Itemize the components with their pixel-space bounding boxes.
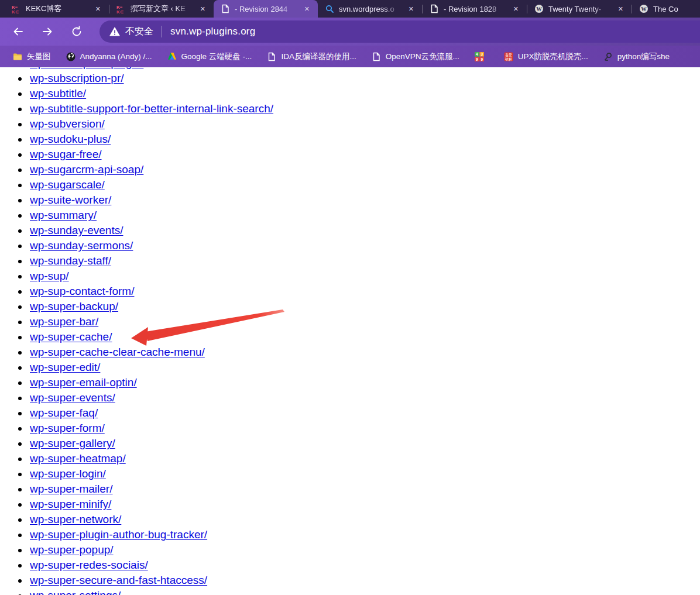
search-icon [325,4,334,13]
plugin-list-item: wp-super-settings/ [29,588,700,595]
plugin-link[interactable]: wp-suite-worker/ [30,194,111,206]
plugin-link[interactable]: wp-sugarscale/ [30,178,105,191]
tab-close-icon[interactable]: ✕ [616,5,626,13]
back-button[interactable] [8,22,28,42]
plugin-list-item: wp-super-login/ [29,466,700,481]
plugin-link[interactable]: wp-super-minify/ [30,498,111,510]
plugin-list-item: wp-super-cache-clear-cache-menu/ [29,345,700,360]
plugin-link[interactable]: wp-sup-contact-form/ [30,285,134,297]
tab-the-co[interactable]: W The Co [632,0,700,18]
plugin-link[interactable]: wp-sugar-free/ [30,148,102,160]
bookmark-ida-decompiler[interactable]: IDA反编译器的使用... [261,49,362,64]
plugin-link[interactable]: wp-super-gallery/ [30,437,115,449]
plugin-link[interactable]: wp-subscription-pr/ [30,72,124,84]
pojie-magnifier-icon [603,52,613,61]
plugin-link[interactable]: wp-super-form/ [30,422,105,434]
tab-close-icon[interactable]: ✕ [406,5,416,13]
tab-title: - Revision 1828 [444,5,506,13]
forward-button[interactable] [37,22,57,42]
address-divider [162,26,162,37]
bookmark-vector-folder[interactable]: 矢量图 [7,49,57,64]
tab-new-post[interactable]: K≡K⊂ 撰写新文章 ‹ KE ✕ [109,0,214,18]
svg-text:K⊂: K⊂ [116,9,123,13]
svg-text:W: W [641,6,647,12]
plugin-list-item: wp-super-redes-sociais/ [29,558,700,573]
svg-text:9: 9 [481,57,483,61]
address-bar[interactable]: 不安全 svn.wp-plugins.org [99,20,700,43]
bookmark-github[interactable]: Andyanna (Andy) /... [60,50,158,64]
plugin-list-item: wp-suite-worker/ [29,192,700,208]
tab-title: svn.wordpress.o [339,5,402,13]
plugin-link[interactable]: wp-sunday-events/ [30,224,123,236]
plugin-link[interactable]: wp-super-settings/ [30,589,121,595]
tab-svn-wordpress[interactable]: svn.wordpress.o ✕ [318,0,422,18]
red-badge-icon: 吾爱破解 [504,52,513,61]
plugin-link[interactable]: wp-super-login/ [30,467,106,480]
plugin-link[interactable]: wp-super-faq/ [30,407,98,419]
plugin-link[interactable]: wp-sudoku-plus/ [30,133,111,145]
plugin-link[interactable]: wp-super-plugin-author-bug-tracker/ [30,528,207,541]
plugin-list-item: wp-sunday-events/ [29,223,700,238]
tab-close-icon[interactable]: ✕ [93,5,103,13]
svg-text:3: 3 [481,52,483,56]
plugin-link[interactable]: wp-super-backup/ [30,300,118,312]
page-content-svn-listing: wp-subscription-plugin/ wp-subscription-… [0,67,700,595]
plugin-link[interactable]: wp-sunday-sermons/ [30,239,133,252]
tab-title: Twenty Twenty- [548,5,611,13]
tab-revision-1828[interactable]: - Revision 1828 ✕ [423,0,527,18]
svg-text:破解: 破解 [505,57,512,61]
plugin-link[interactable]: wp-subtitle-support-for-better-internal-… [30,102,273,115]
plugin-link[interactable]: wp-super-redes-sociais/ [30,559,148,571]
plugin-list-item: wp-sugarcrm-api-soap/ [29,162,700,177]
document-icon [221,4,230,13]
url-text: svn.wp-plugins.org [170,26,255,37]
plugin-list-item: wp-super-backup/ [29,299,700,314]
plugin-list-item: wp-subtitle/ [29,86,700,101]
plugin-list-item: wp-super-email-optin/ [29,375,700,390]
plugin-link[interactable]: wp-sugarcrm-api-soap/ [30,163,143,176]
plugin-link[interactable]: wp-subscription-plugin/ [30,67,143,69]
plugin-link[interactable]: wp-super-edit/ [30,361,100,373]
plugin-link[interactable]: wp-summary/ [30,209,97,221]
plugin-link[interactable]: wp-super-cache/ [30,331,112,343]
plugin-link[interactable]: wp-super-heatmap/ [30,452,126,465]
plugin-list-item: wp-super-mailer/ [29,481,700,497]
bookmark-openvpn[interactable]: OpenVPN云免流服... [366,49,465,64]
plugin-link[interactable]: wp-super-mailer/ [30,483,112,495]
tab-strip: K≡K⊂ KEKC博客 ✕ K≡K⊂ 撰写新文章 ‹ KE ✕ - Revisi… [0,0,700,18]
plugin-link[interactable]: wp-subversion/ [30,118,105,130]
tab-close-icon[interactable]: ✕ [198,5,208,13]
plugin-list-item: wp-super-popup/ [29,542,700,558]
plugin-list-item: wp-sudoku-plus/ [29,132,700,147]
plugin-list-item: wp-sugar-free/ [29,147,700,162]
plugin-list-item: wp-super-form/ [29,421,700,436]
github-icon [66,52,76,61]
bookmark-4399[interactable]: 4399 [469,50,495,64]
bookmark-upx-unpack[interactable]: 吾爱破解 UPX防脱壳机脱壳... [498,49,594,64]
plugin-link[interactable]: wp-sup/ [30,270,69,282]
plugin-link[interactable]: wp-super-bar/ [30,315,98,328]
tab-kekc-blog[interactable]: K≡K⊂ KEKC博客 ✕ [5,0,109,18]
plugin-link[interactable]: wp-super-cache-clear-cache-menu/ [30,346,205,358]
tab-close-icon[interactable]: ✕ [511,5,521,13]
plugin-list-item: wp-super-gallery/ [29,436,700,451]
bookmark-python-shellcode[interactable]: python编写she [598,49,675,64]
bookmark-google-drive[interactable]: Google 云端硬盘 -... [162,49,258,64]
tab-title: - Revision 2844 [235,5,297,13]
svg-text:9: 9 [476,57,478,61]
plugin-link[interactable]: wp-super-events/ [30,391,115,404]
tab-revision-2844-active[interactable]: - Revision 2844 ✕ [214,0,318,18]
plugin-link[interactable]: wp-super-popup/ [30,544,114,556]
tab-close-icon[interactable]: ✕ [302,5,312,13]
plugin-link[interactable]: wp-super-email-optin/ [30,376,137,388]
tab-title: 撰写新文章 ‹ KE [131,4,193,14]
plugin-link[interactable]: wp-sunday-staff/ [30,254,111,267]
plugin-link[interactable]: wp-super-secure-and-fast-htaccess/ [30,574,207,586]
wordpress-icon: W [639,4,648,13]
bookmark-label: UPX防脱壳机脱壳... [518,51,588,62]
tab-twenty-twenty[interactable]: W Twenty Twenty- ✕ [527,0,632,18]
refresh-button[interactable] [67,22,87,42]
plugin-link[interactable]: wp-super-network/ [30,513,121,525]
tab-title: The Co [653,5,694,13]
plugin-link[interactable]: wp-subtitle/ [30,87,86,99]
